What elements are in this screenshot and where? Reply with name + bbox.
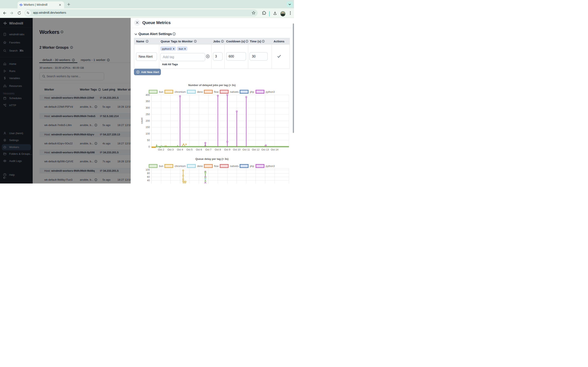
svg-text:60: 60 — [147, 175, 150, 178]
svg-text:40: 40 — [147, 179, 150, 182]
svg-text:php: php — [250, 165, 254, 167]
svg-text:deno: deno — [197, 165, 203, 167]
svg-text:python3: python3 — [266, 165, 275, 167]
svg-text:chromium: chromium — [174, 165, 186, 167]
svg-text:nativets: nativets — [230, 165, 239, 167]
svg-text:80: 80 — [147, 172, 150, 175]
svg-text:100: 100 — [146, 168, 150, 171]
svg-text:bun: bun — [159, 165, 163, 167]
svg-text:Queue delay per tag (> 3s): Queue delay per tag (> 3s) — [195, 157, 228, 160]
svg-text:flow: flow — [214, 165, 219, 167]
